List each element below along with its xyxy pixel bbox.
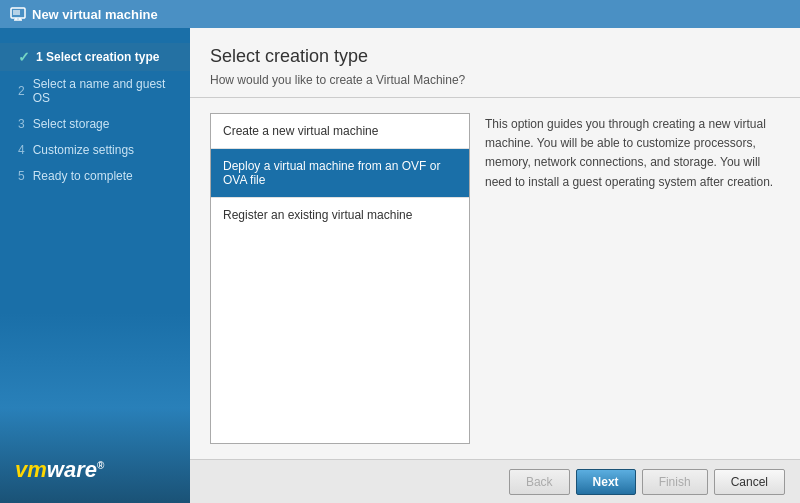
sidebar-item-label-2: Select a name and guest OS	[33, 77, 180, 105]
description-panel: This option guides you through creating …	[485, 113, 780, 444]
vm-icon	[10, 6, 26, 22]
sidebar: ✓ 1 Select creation type 2 Select a name…	[0, 28, 190, 503]
sidebar-item-label-3: Select storage	[33, 117, 110, 131]
svg-rect-1	[13, 10, 20, 15]
finish-button[interactable]: Finish	[642, 469, 708, 495]
description-text: This option guides you through creating …	[485, 115, 780, 192]
sidebar-item-label-4: Customize settings	[33, 143, 134, 157]
title-bar: New virtual machine	[0, 0, 800, 28]
sidebar-step-2: 2	[18, 84, 25, 98]
option-register-existing[interactable]: Register an existing virtual machine	[211, 198, 469, 232]
sidebar-step-3: 3	[18, 117, 25, 131]
sidebar-step-5: 5	[18, 169, 25, 183]
content-main: Create a new virtual machine Deploy a vi…	[190, 98, 800, 459]
dialog-body: ✓ 1 Select creation type 2 Select a name…	[0, 28, 800, 503]
option-deploy-ovf[interactable]: Deploy a virtual machine from an OVF or …	[211, 149, 469, 198]
vmware-ware-text: ware	[47, 457, 97, 482]
option-create-new[interactable]: Create a new virtual machine	[211, 114, 469, 149]
vmware-logo: vmware®	[0, 442, 190, 503]
page-subtitle: How would you like to create a Virtual M…	[210, 73, 780, 87]
options-panel: Create a new virtual machine Deploy a vi…	[210, 113, 470, 444]
sidebar-item-label-5: Ready to complete	[33, 169, 133, 183]
checkmark-icon: ✓	[18, 49, 30, 65]
title-bar-label: New virtual machine	[32, 7, 158, 22]
sidebar-item-label: 1 Select creation type	[36, 50, 159, 64]
next-button[interactable]: Next	[576, 469, 636, 495]
sidebar-item-select-storage[interactable]: 3 Select storage	[0, 111, 190, 137]
content-area: Select creation type How would you like …	[190, 28, 800, 503]
footer: Back Next Finish Cancel	[190, 459, 800, 503]
vmware-vm-text: vm	[15, 457, 47, 482]
page-title: Select creation type	[210, 46, 780, 67]
content-header: Select creation type How would you like …	[190, 28, 800, 98]
back-button[interactable]: Back	[509, 469, 570, 495]
sidebar-item-name-guest-os[interactable]: 2 Select a name and guest OS	[0, 71, 190, 111]
sidebar-step-4: 4	[18, 143, 25, 157]
vmware-tm: ®	[97, 460, 104, 471]
cancel-button[interactable]: Cancel	[714, 469, 785, 495]
sidebar-item-customize-settings[interactable]: 4 Customize settings	[0, 137, 190, 163]
sidebar-item-select-creation-type[interactable]: ✓ 1 Select creation type	[0, 43, 190, 71]
sidebar-item-ready-to-complete[interactable]: 5 Ready to complete	[0, 163, 190, 189]
